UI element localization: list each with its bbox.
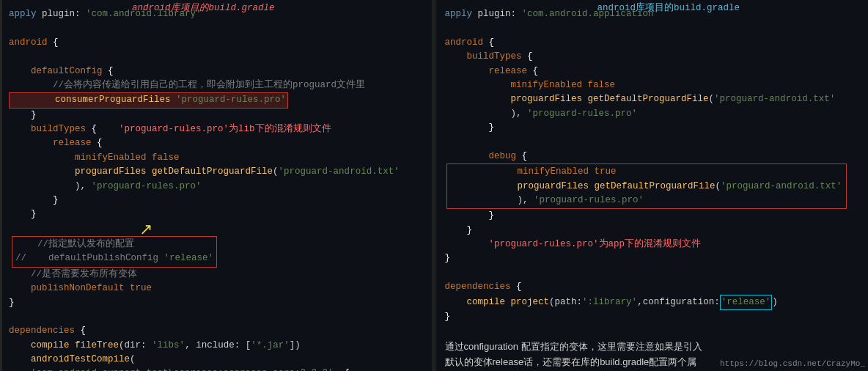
code-line: } (9, 194, 427, 207)
publish-config-box: //指定默认发布的配置 // defaultPublishConfig 'rel… (12, 236, 217, 268)
code-line: 'proguard-rules.pro'为app下的混淆规则文件 (445, 238, 863, 251)
code-line: android { (9, 36, 427, 50)
code-line: debug { (445, 150, 863, 164)
code-line: dependencies { (9, 324, 427, 338)
left-panel: android库项目的build.gradle apply plugin: 'c… (0, 0, 433, 371)
code-line: minifyEnabled false (9, 151, 427, 165)
code-line: //会将内容传递给引用自己的工程，即会附加到主工程的proguard文件里 (9, 78, 427, 92)
code-line: buildTypes { 'proguard-rules.pro'为lib下的混… (9, 122, 427, 136)
release-compile-line: compile project(path:':library',configur… (445, 295, 863, 310)
code-line: release { (9, 136, 427, 150)
code-line: 'com.android.support.test\espresso:espre… (9, 367, 427, 371)
code-line: // defaultPublishConfig 'release' (15, 251, 213, 265)
code-line: } (445, 121, 863, 135)
code-line (9, 222, 427, 236)
code-line (445, 324, 863, 338)
code-line: ), 'proguard-rules.pro' (452, 194, 842, 207)
code-line (445, 21, 863, 35)
right-panel: android库项目的build.gradle apply plugin: 'c… (436, 0, 869, 371)
code-line: } (445, 310, 863, 324)
code-line: //指定默认发布的配置 (15, 238, 213, 251)
code-line: } (445, 224, 863, 238)
code-line: defaultConfig { (9, 65, 427, 78)
code-line: android { (445, 36, 863, 50)
code-line: } (9, 109, 427, 122)
code-line: release { (445, 65, 863, 78)
code-line: consumerProguardFiles 'proguard-rules.pr… (9, 92, 427, 108)
left-code-block: apply plugin: 'com.android.library' andr… (9, 7, 427, 371)
main-container: android库项目的build.gradle apply plugin: 'c… (0, 0, 868, 371)
code-line: proguardFiles getDefaultProguardFile('pr… (445, 92, 863, 106)
code-line (445, 266, 863, 280)
code-line: dependencies { (445, 280, 863, 294)
code-line: publishNonDefault true (9, 282, 427, 295)
code-line: minifyEnabled true (452, 165, 842, 179)
code-line: ), 'proguard-rules.pro' (445, 107, 863, 121)
code-line (445, 135, 863, 149)
code-line: } (9, 207, 427, 221)
code-line (9, 310, 427, 324)
code-line: androidTestCompile( (9, 353, 427, 367)
code-line: } (9, 296, 427, 310)
code-line: ), 'proguard-rules.pro' (9, 180, 427, 194)
code-line: compile fileTree(dir: 'libs', include: [… (9, 339, 427, 353)
code-line: //是否需要发布所有变体 (9, 268, 427, 282)
right-title: android库项目的build.gradle (597, 1, 740, 15)
code-line: proguardFiles getDefaultProguardFile('pr… (9, 165, 427, 179)
code-line: } (445, 209, 863, 223)
arrow-icon: ↗ (139, 217, 152, 241)
right-code-block: apply plugin: 'com.android.application' … (445, 7, 863, 371)
code-line (9, 50, 427, 64)
left-title: android库项目的build.gradle (132, 1, 275, 15)
watermark: https://blog.csdn.net/CrazyMo_ (720, 358, 865, 370)
code-line: buildTypes { (445, 50, 863, 64)
code-line (9, 21, 427, 35)
code-line: minifyEnabled false (445, 78, 863, 92)
code-line: proguardFiles getDefaultProguardFile('pr… (452, 180, 842, 194)
debug-config-box: minifyEnabled true proguardFiles getDefa… (446, 164, 847, 209)
code-line: } (445, 251, 863, 265)
